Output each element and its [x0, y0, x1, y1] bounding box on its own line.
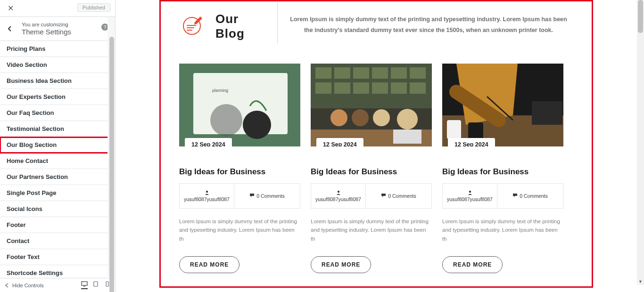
post-thumbnail[interactable]: 12 Sep 2024 — [442, 64, 563, 146]
blog-post-card: planning 12 Sep 2024 Big Ideas for Busin… — [179, 64, 300, 273]
sidebar-item-business-idea-section[interactable]: Business Idea Section› — [0, 73, 115, 89]
sidebar-item-pricing-plans[interactable]: Pricing Plans› — [0, 41, 115, 57]
chevron-left-icon — [7, 26, 13, 32]
svg-point-26 — [352, 109, 369, 126]
sidebar-item-label: Social Icons — [7, 205, 42, 212]
scrollbar-down-arrow[interactable]: ▼ — [637, 278, 644, 285]
comment-icon — [381, 193, 386, 199]
sidebar-title-row: You are customizing Theme Settings ? — [0, 17, 115, 41]
sidebar-item-label: Our Faq Section — [7, 109, 54, 116]
close-icon[interactable]: ✕ — [3, 1, 18, 16]
blog-post-card: 12 Sep 2024 Big Ideas for Business yusuf… — [311, 64, 432, 273]
svg-point-25 — [330, 109, 347, 126]
post-meta-box: yusuf8087yusuf8087 0 Comments — [179, 183, 300, 209]
user-icon — [468, 190, 472, 196]
svg-point-30 — [337, 190, 339, 192]
svg-rect-16 — [391, 67, 407, 79]
sidebar-item-single-post-page[interactable]: Single Post Page› — [0, 185, 115, 201]
svg-rect-1 — [94, 282, 98, 286]
sidebar-item-label: Home Contact — [7, 157, 48, 164]
desktop-icon[interactable] — [81, 281, 88, 289]
post-comments[interactable]: 0 Comments — [234, 184, 300, 208]
blog-post-card: 12 Sep 2024 Big Ideas for Business yusuf… — [442, 64, 563, 273]
customizer-sidebar: ✕ Published You are customizing Theme Se… — [0, 0, 116, 292]
user-icon — [205, 190, 209, 196]
header-divider — [277, 3, 278, 43]
blog-header: Our Blog — [182, 12, 245, 41]
post-author[interactable]: yusuf8087yusuf8087 — [443, 184, 497, 208]
sidebar-item-label: Footer — [7, 221, 25, 228]
hide-controls-button[interactable]: Hide Controls — [5, 283, 44, 288]
svg-rect-18 — [315, 82, 331, 94]
svg-rect-0 — [82, 282, 87, 285]
sidebar-item-label: Our Experts Section — [7, 93, 66, 100]
post-title[interactable]: Big Ideas for Business — [442, 167, 563, 177]
sidebar-item-footer-text[interactable]: Footer Text› — [0, 249, 115, 265]
back-button[interactable] — [0, 20, 20, 38]
sidebar-item-label: Video Section — [7, 61, 47, 68]
comment-icon — [512, 193, 518, 199]
svg-rect-35 — [532, 101, 562, 125]
sidebar-item-label: Contact — [7, 237, 29, 244]
svg-point-28 — [397, 109, 418, 130]
post-date-badge: 12 Sep 2024 — [448, 138, 495, 146]
sidebar-item-social-icons[interactable]: Social Icons› — [0, 201, 115, 217]
post-author[interactable]: yusuf8087yusuf8087 — [311, 184, 366, 208]
svg-rect-12 — [315, 67, 331, 79]
sidebar-item-video-section[interactable]: Video Section› — [0, 57, 115, 73]
sidebar-item-label: Single Post Page — [7, 189, 56, 196]
sidebar-item-label: Business Idea Section — [7, 77, 72, 84]
sidebar-item-our-faq-section[interactable]: Our Faq Section› — [0, 105, 115, 121]
post-comments[interactable]: 0 Comments — [497, 184, 563, 208]
sidebar-section-list: Pricing Plans›Video Section›Business Ide… — [0, 41, 115, 278]
user-icon — [336, 190, 341, 196]
post-meta-box: yusuf8087yusuf8087 0 Comments — [311, 183, 432, 209]
sidebar-item-shortcode-settings[interactable]: Shortcode Settings› — [0, 265, 115, 278]
comment-icon — [249, 193, 255, 199]
svg-point-36 — [469, 190, 471, 192]
read-more-button[interactable]: READ MORE — [179, 256, 239, 273]
svg-point-27 — [373, 109, 390, 126]
post-title[interactable]: Big Ideas for Business — [179, 167, 300, 177]
sidebar-footer: Hide Controls — [0, 278, 115, 292]
sidebar-item-home-contact[interactable]: Home Contact› — [0, 153, 115, 169]
post-excerpt: Lorem Ipsum is simply dummy text of the … — [179, 217, 300, 243]
svg-rect-21 — [372, 82, 388, 94]
section-description: Lorem Ipsum is simply dummy text of the … — [285, 14, 572, 35]
sidebar-item-footer[interactable]: Footer› — [0, 217, 115, 233]
svg-text:planning: planning — [212, 88, 228, 93]
sidebar-item-label: Pricing Plans — [7, 45, 45, 52]
svg-point-9 — [206, 190, 207, 192]
post-excerpt: Lorem Ipsum is simply dummy text of the … — [442, 217, 563, 243]
post-excerpt: Lorem Ipsum is simply dummy text of the … — [311, 217, 432, 243]
post-thumbnail[interactable]: planning 12 Sep 2024 — [179, 64, 300, 146]
post-title[interactable]: Big Ideas for Business — [311, 167, 432, 177]
sidebar-header: ✕ Published — [0, 0, 115, 17]
read-more-button[interactable]: READ MORE — [442, 256, 503, 273]
tablet-icon[interactable] — [92, 281, 99, 289]
sidebar-item-label: Testimonial Section — [7, 125, 64, 132]
svg-rect-19 — [334, 82, 350, 94]
sidebar-item-testimonial-section[interactable]: Testimonial Section› — [0, 121, 115, 137]
blog-section-icon — [182, 13, 205, 36]
svg-rect-23 — [410, 82, 426, 94]
post-date-badge: 12 Sep 2024 — [185, 138, 232, 146]
svg-rect-33 — [447, 120, 461, 139]
published-status[interactable]: Published — [77, 3, 110, 12]
post-date-badge: 12 Sep 2024 — [316, 138, 363, 146]
svg-rect-20 — [353, 82, 369, 94]
post-comments[interactable]: 0 Comments — [366, 184, 431, 208]
svg-rect-17 — [410, 67, 426, 79]
sidebar-scrollbar[interactable] — [107, 17, 115, 277]
post-author[interactable]: yusuf8087yusuf8087 — [180, 184, 234, 208]
svg-rect-22 — [391, 82, 407, 94]
section-title-line2: Blog — [215, 26, 245, 41]
preview-scrollbar[interactable]: ▼ — [637, 0, 644, 285]
sidebar-item-contact[interactable]: Contact› — [0, 233, 115, 249]
sidebar-item-our-partners-section[interactable]: Our Partners Section› — [0, 169, 115, 185]
sidebar-item-our-experts-section[interactable]: Our Experts Section› — [0, 89, 115, 105]
post-thumbnail[interactable]: 12 Sep 2024 — [311, 64, 432, 146]
collapse-icon — [5, 283, 9, 288]
sidebar-item-our-blog-section[interactable]: Our Blog Section› — [0, 137, 115, 153]
read-more-button[interactable]: READ MORE — [311, 256, 371, 273]
